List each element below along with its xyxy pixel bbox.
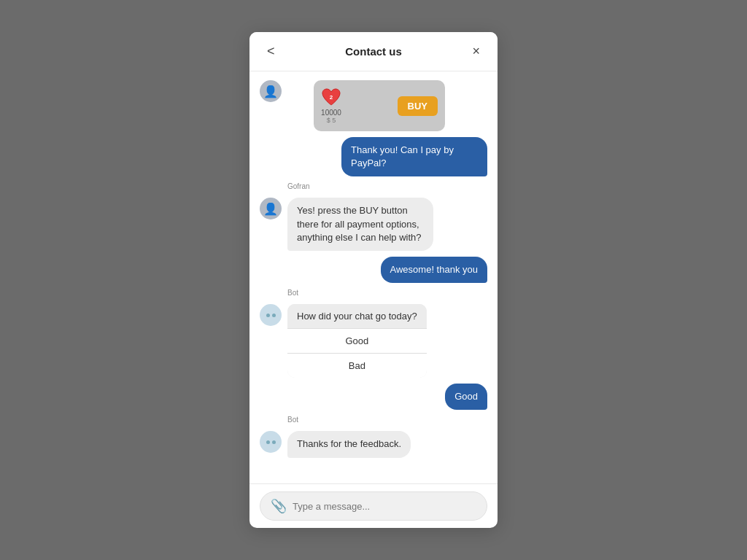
message-input[interactable]	[293, 501, 476, 512]
user-message-paypal: Thank you! Can I pay by PayPal?	[260, 137, 487, 176]
bubble-awesome: Awesome! thank you	[381, 257, 487, 283]
bot-dot-4	[272, 440, 276, 444]
messages-container: 👤 2 10000 $ 5 BUY Thank you! Can I pay b…	[249, 71, 498, 483]
bot-dot-3	[266, 440, 270, 444]
bot-dot-1	[266, 314, 270, 317]
bot-avatar-1	[260, 304, 282, 326]
user-message-good: Good	[260, 384, 487, 410]
bubble-good: Good	[445, 384, 487, 410]
bubble-buy: Yes! press the BUY button there for all …	[287, 198, 433, 251]
buy-button[interactable]: BUY	[398, 96, 438, 116]
avatar-icon-2: 👤	[263, 202, 278, 216]
agent-avatar: 👤	[260, 80, 282, 102]
bot-avatar-2	[260, 431, 282, 453]
bot-message-feedback: How did your chat go today? Good Bad	[260, 304, 487, 378]
bot-message-thanks: Thanks for the feedback.	[260, 431, 487, 457]
avatar-icon: 👤	[263, 85, 278, 98]
agent-label-gofran: Gofran	[287, 182, 487, 190]
card-left: 2 10000 $ 5	[321, 88, 341, 124]
option-bad[interactable]: Bad	[287, 354, 427, 378]
option-good[interactable]: Good	[287, 329, 427, 354]
bot-dots-2	[266, 440, 276, 444]
heart-icon: 2	[321, 88, 341, 107]
close-button[interactable]: ×	[468, 42, 484, 61]
chat-window: < Contact us × 👤 2 10000 $ 5 BUY	[249, 32, 498, 528]
back-button[interactable]: <	[263, 42, 279, 61]
bubble-thanks: Thanks for the feedback.	[287, 431, 411, 457]
attach-icon[interactable]: 📎	[271, 498, 287, 514]
user-message-awesome: Awesome! thank you	[260, 257, 487, 283]
image-card-row: 👤 2 10000 $ 5 BUY	[260, 80, 487, 131]
agent-avatar-2: 👤	[260, 198, 282, 219]
input-area: 📎	[249, 483, 498, 528]
product-card: 2 10000 $ 5 BUY	[314, 80, 445, 131]
bubble-paypal: Thank you! Can I pay by PayPal?	[341, 137, 487, 176]
bot-label-2: Bot	[287, 416, 487, 424]
bot-dots-1	[266, 314, 276, 317]
chat-title: Contact us	[345, 45, 402, 58]
bot-options-card: How did your chat go today? Good Bad	[287, 304, 427, 378]
card-coins: $ 5	[327, 117, 336, 124]
svg-text:2: 2	[330, 94, 333, 101]
bot-label-1: Bot	[287, 289, 487, 297]
input-wrapper: 📎	[260, 491, 487, 521]
bot-dot-2	[272, 314, 276, 317]
bot-question: How did your chat go today?	[287, 304, 427, 329]
card-number: 10000	[321, 109, 341, 117]
chat-header: < Contact us ×	[249, 32, 498, 71]
agent-message-buy: 👤 Yes! press the BUY button there for al…	[260, 198, 487, 251]
